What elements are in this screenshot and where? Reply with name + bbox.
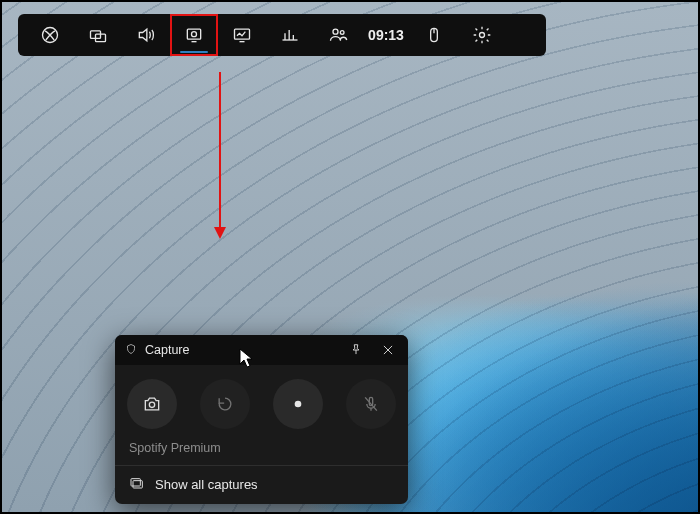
screenshot-button[interactable] (127, 379, 177, 429)
capture-widget: Capture Spotify Premium Show all capture… (115, 335, 408, 504)
annotation-arrow (219, 72, 221, 237)
capture-title: Capture (145, 343, 336, 357)
toolbar-clock: 09:13 (362, 27, 410, 43)
svg-point-13 (340, 31, 344, 35)
shield-icon (125, 341, 137, 359)
performance-icon[interactable] (218, 14, 266, 56)
mouse-icon[interactable] (410, 14, 458, 56)
svg-point-19 (149, 402, 154, 407)
svg-point-16 (480, 33, 485, 38)
svg-rect-23 (133, 481, 142, 488)
record-last-button (200, 379, 250, 429)
settings-icon[interactable] (458, 14, 506, 56)
widgets-icon[interactable] (74, 14, 122, 56)
svg-rect-24 (131, 479, 140, 486)
capture-context-app: Spotify Premium (115, 437, 408, 465)
svg-point-12 (333, 29, 338, 34)
close-button[interactable] (376, 338, 400, 362)
stats-icon[interactable] (266, 14, 314, 56)
audio-icon[interactable] (122, 14, 170, 56)
svg-rect-6 (235, 29, 250, 39)
svg-point-20 (295, 401, 302, 408)
show-all-captures-label: Show all captures (155, 477, 258, 492)
mic-button (346, 379, 396, 429)
pin-button[interactable] (344, 338, 368, 362)
gamebar-toolbar: 09:13 (18, 14, 546, 56)
show-all-captures-button[interactable]: Show all captures (115, 465, 408, 504)
capture-header: Capture (115, 335, 408, 365)
xbox-icon[interactable] (26, 14, 74, 56)
record-button[interactable] (273, 379, 323, 429)
capture-icon[interactable] (170, 14, 218, 56)
svg-rect-3 (187, 29, 200, 39)
gallery-icon (129, 476, 145, 492)
svg-point-4 (192, 32, 197, 37)
social-icon[interactable] (314, 14, 362, 56)
capture-body (115, 365, 408, 437)
